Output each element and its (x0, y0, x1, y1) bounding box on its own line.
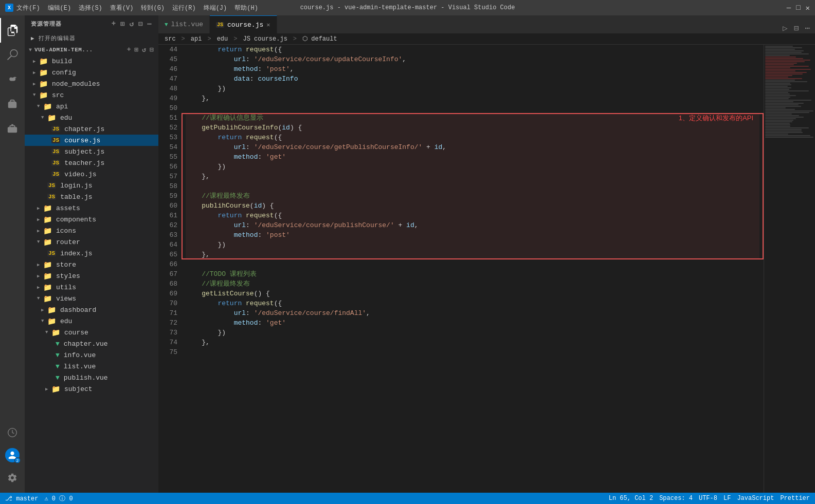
menu-item[interactable]: 帮助(H) (234, 4, 258, 12)
status-item[interactable]: UTF-8 (699, 495, 717, 502)
minimap-line (765, 132, 803, 133)
tree-item-edu[interactable]: ▼ 📁 edu (25, 315, 158, 327)
window-control[interactable]: — (787, 4, 791, 12)
tree-item-info-vue[interactable]: ▼ info.vue (25, 349, 158, 361)
activity-icon-explorer[interactable] (0, 18, 25, 43)
title-bar-controls[interactable]: —□✕ (787, 4, 810, 12)
activity-icon-debug[interactable] (0, 92, 25, 117)
user-avatar-container[interactable]: 2 (5, 448, 20, 462)
line-number-64: 64 (162, 240, 177, 250)
line-number-50: 50 (162, 103, 177, 113)
run-icon[interactable]: ▷ (783, 23, 788, 33)
window-control[interactable]: □ (796, 4, 800, 12)
tree-item-label: components (56, 216, 96, 223)
code-line-65: }, (186, 250, 759, 259)
tree-item-edu[interactable]: ▼ 📁 edu (25, 112, 158, 123)
tree-item-node_modules[interactable]: ▶ 📁 node_modules (25, 78, 158, 89)
minimap-line (765, 135, 810, 136)
tab-right-controls: ▷ ⊟ ⋯ (777, 23, 815, 33)
folder-icon: 📁 (43, 283, 52, 292)
menu-item[interactable]: 选择(S) (79, 4, 102, 12)
more-icon[interactable]: ⋯ (148, 20, 152, 28)
line-number-62: 62 (162, 220, 177, 230)
title-bar-menu[interactable]: 文件(F)编辑(E)选择(S)查看(V)转到(G)运行(R)终端(J)帮助(H) (16, 4, 258, 12)
tree-item-src[interactable]: ▼ 📁 src (25, 89, 158, 101)
tree-item-views[interactable]: ▼ 📁 views (25, 293, 158, 304)
activity-icon-git[interactable] (0, 67, 25, 92)
settings-icon[interactable] (0, 465, 25, 490)
tree-item-index-js[interactable]: JS index.js (25, 248, 158, 259)
minimap-line (765, 101, 793, 102)
status-item[interactable]: Spaces: 4 (659, 495, 693, 502)
status-bar: ⎇ master⚠ 0 ⓘ 0Ln 65, Col 2Spaces: 4UTF-… (0, 493, 815, 504)
tab-js-icon: JS (216, 22, 224, 28)
tree-item-icons[interactable]: ▶ 📁 icons (25, 225, 158, 236)
status-item[interactable]: JavaScript (737, 495, 774, 502)
status-item[interactable]: Ln 65, Col 2 (609, 495, 653, 502)
menu-item[interactable]: 编辑(E) (48, 4, 71, 12)
open-editors-section[interactable]: ▶ 打开的编辑器 (25, 32, 158, 44)
tree-item-store[interactable]: ▶ 📁 store (25, 259, 158, 270)
breadcrumb-part[interactable]: JS course.js (243, 35, 287, 43)
tree-item-publish-vue[interactable]: ▼ publish.vue (25, 372, 158, 383)
menu-item[interactable]: 运行(R) (172, 4, 196, 12)
tab-course-js[interactable]: JS course.js ✕ (210, 15, 277, 33)
tree-item-chapter-js[interactable]: JS chapter.js (25, 123, 158, 135)
tree-item-course-js[interactable]: JS course.js (25, 135, 158, 146)
breadcrumb-part[interactable]: api (191, 35, 202, 43)
activity-icon-search[interactable] (0, 43, 25, 67)
code-editor[interactable]: 4445464748495051525354555657585960616263… (158, 45, 764, 493)
more-actions-icon[interactable]: ⋯ (805, 23, 810, 33)
tree-item-chapter-vue[interactable]: ▼ chapter.vue (25, 338, 158, 349)
minimap-line (765, 64, 794, 65)
tree-item-login-js[interactable]: JS login.js (25, 180, 158, 191)
new-file-icon[interactable]: + (112, 20, 116, 28)
status-item[interactable]: ⚠ 0 ⓘ 0 (44, 494, 73, 503)
menu-item[interactable]: 终端(J) (204, 4, 227, 12)
new-folder-icon[interactable]: ⊞ (120, 20, 125, 28)
breadcrumb-part[interactable]: src (165, 35, 176, 43)
activity-icon-extensions[interactable] (0, 117, 25, 141)
tree-item-teacher-js[interactable]: JS teacher.js (25, 157, 158, 169)
tree-item-config[interactable]: ▶ 📁 config (25, 67, 158, 78)
tree-arrow: ▶ (37, 285, 43, 290)
refresh-btn[interactable]: ↺ (142, 46, 147, 54)
collapse-btn[interactable]: ⊟ (150, 46, 154, 54)
tree-item-utils[interactable]: ▶ 📁 utils (25, 282, 158, 293)
window-control[interactable]: ✕ (806, 4, 810, 12)
menu-item[interactable]: 转到(G) (141, 4, 165, 12)
refresh-icon[interactable]: ↺ (130, 20, 134, 28)
tree-item-assets[interactable]: ▶ 📁 assets (25, 202, 158, 214)
tree-item-subject-js[interactable]: JS subject.js (25, 146, 158, 157)
status-item[interactable]: Prettier (780, 495, 810, 502)
breadcrumb-part[interactable]: edu (217, 35, 228, 43)
tree-item-label: course.js (64, 137, 100, 144)
status-item[interactable]: LF (723, 495, 731, 502)
split-editor-icon[interactable]: ⊟ (794, 23, 799, 33)
status-item[interactable]: ⎇ master (5, 495, 38, 502)
menu-item[interactable]: 文件(F) (16, 4, 40, 12)
tree-item-course[interactable]: ▼ 📁 course (25, 327, 158, 338)
project-root[interactable]: ▼ VUE-ADMIN-TEM... + ⊞ ↺ ⊟ (25, 44, 158, 55)
tree-item-api[interactable]: ▼ 📁 api (25, 101, 158, 112)
tree-item-components[interactable]: ▶ 📁 components (25, 214, 158, 225)
new-folder-btn[interactable]: ⊞ (135, 46, 139, 54)
collapse-icon[interactable]: ⊟ (138, 20, 143, 28)
tree-item-subject[interactable]: ▶ 📁 subject (25, 383, 158, 395)
tree-item-list-vue[interactable]: ▼ list.vue (25, 361, 158, 372)
menu-item[interactable]: 查看(V) (110, 4, 134, 12)
tab-close-btn[interactable]: ✕ (266, 21, 270, 29)
tree-item-build[interactable]: ▶ 📁 build (25, 55, 158, 67)
line-number-44: 44 (162, 45, 177, 54)
tree-item-styles[interactable]: ▶ 📁 styles (25, 270, 158, 282)
tab-list-vue[interactable]: ▼ list.vue (158, 15, 210, 33)
new-file-btn[interactable]: + (127, 46, 132, 54)
tree-item-router[interactable]: ▼ 📁 router (25, 236, 158, 248)
tree-item-video-js[interactable]: JS video.js (25, 169, 158, 180)
tree-item-dashboard[interactable]: ▶ 📁 dashboard (25, 304, 158, 315)
sidebar-title: 资源管理器 (31, 20, 62, 28)
sidebar-header-icons[interactable]: + ⊞ ↺ ⊟ ⋯ (112, 20, 152, 28)
remote-icon[interactable] (0, 420, 25, 445)
breadcrumb-part[interactable]: ⬡ default (302, 35, 337, 43)
tree-item-table-js[interactable]: JS table.js (25, 191, 158, 202)
